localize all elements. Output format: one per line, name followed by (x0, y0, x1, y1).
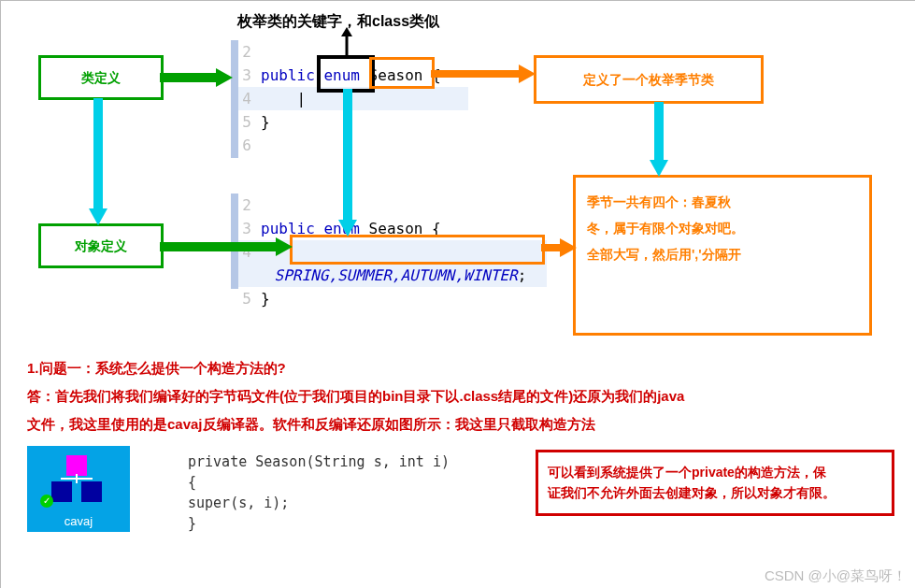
arrow-enum-down (335, 89, 361, 237)
text-cursor: | (261, 90, 306, 108)
label-object-definition: 对象定义 (38, 223, 164, 268)
diagram-page: 枚举类的关键字，和class类似 2 3public enum Season {… (0, 0, 915, 588)
svg-marker-5 (519, 65, 536, 83)
svg-marker-1 (341, 27, 352, 36)
arrow-classdef-to-code (160, 66, 233, 89)
arrow-season-to-definesbox (431, 63, 536, 85)
qa-answer-1-line-2: 文件，我这里使用的是cavaj反编译器。软件和反编译还原如图所示：我这里只截取构… (27, 410, 868, 438)
label-class-definition: 类定义 (38, 55, 164, 100)
arrow-definesbox-down (646, 102, 672, 177)
highlight-season-type (369, 57, 435, 89)
label-defines-enum-class: 定义了一个枚举季节类 (534, 55, 764, 104)
svg-marker-7 (89, 208, 107, 225)
arrow-objdef-to-values (160, 236, 293, 258)
cavaj-app-icon: ✓ cavaj (27, 446, 130, 532)
svg-marker-15 (560, 238, 577, 257)
cavaj-icon-label: cavaj (27, 514, 130, 528)
svg-marker-11 (650, 160, 668, 177)
decompiled-code-pane: private Season(String s, int i) { super(… (180, 448, 476, 538)
svg-marker-13 (276, 237, 293, 256)
note-private-constructor: 可以看到系统提供了一个private的构造方法，保 证我们不允许外面去创建对象，… (536, 450, 894, 516)
check-badge-icon: ✓ (40, 495, 53, 508)
qa-answer-1-line-1: 答：首先我们将我们编译好的字节码文件(位于我们项目的bin目录下以.class结… (27, 382, 868, 410)
highlight-enum-keyword (317, 55, 375, 93)
svg-marker-9 (338, 220, 357, 237)
arrow-classdef-down (85, 98, 111, 225)
arrow-title-to-enum (337, 27, 356, 59)
label-description-box: 季节一共有四个：春夏秋 冬，属于有限个对象对吧。 全部大写，然后用','分隔开 (573, 175, 872, 336)
qa-question-1: 1.问题一：系统怎么提供一个构造方法的? (27, 354, 868, 382)
svg-marker-3 (216, 68, 233, 87)
watermark: CSDN @小@菜鸟呀！ (765, 567, 907, 585)
highlight-enum-values (290, 235, 545, 265)
arrow-values-to-desc (541, 237, 577, 259)
